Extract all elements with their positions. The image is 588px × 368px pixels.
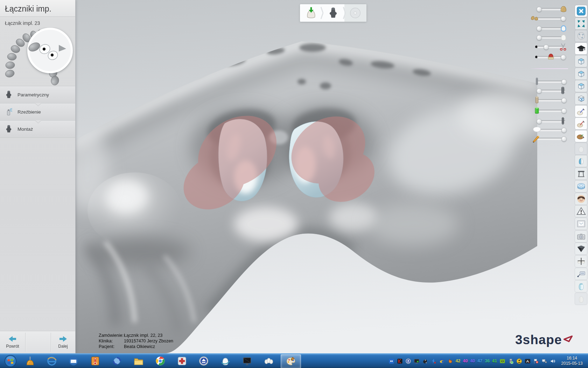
articulator-button[interactable] <box>575 168 587 179</box>
app-thunderbird[interactable] <box>64 354 83 368</box>
view-visibility-button[interactable] <box>575 93 587 104</box>
clock-date: 2015-05-13 <box>561 361 582 366</box>
tray-volume[interactable] <box>550 358 556 364</box>
slider-knob[interactable] <box>544 45 549 50</box>
app-explorer[interactable] <box>129 354 148 368</box>
menu-item-mount[interactable]: Montaż <box>0 120 75 138</box>
step-abutment-design[interactable] <box>322 4 344 22</box>
slider-handle[interactable] <box>530 14 539 23</box>
slider-knob[interactable] <box>561 55 566 60</box>
slider-handle[interactable] <box>559 33 568 42</box>
view-box-side-button[interactable] <box>575 80 587 92</box>
taskbar: 424040473641 16:14 2015-05-13 <box>0 353 588 368</box>
slider-handle[interactable] <box>532 125 541 134</box>
slider-handle[interactable] <box>559 23 568 33</box>
view-box-front-button[interactable] <box>575 68 587 80</box>
tray-temp-reading: 47 <box>477 359 482 363</box>
tray-monitor[interactable] <box>414 358 420 364</box>
slider-knob[interactable] <box>537 88 542 94</box>
prep-tooth-button[interactable] <box>575 280 587 292</box>
app-screen[interactable] <box>237 354 257 368</box>
patient-photo-button[interactable] <box>575 193 587 205</box>
occlusal-compass-button[interactable] <box>575 255 587 267</box>
app-chrome[interactable] <box>150 354 170 368</box>
section-tooth-button[interactable] <box>575 155 587 167</box>
start-button[interactable] <box>4 355 17 367</box>
tray-kaspersky[interactable] <box>397 358 403 364</box>
measure-button[interactable] <box>575 180 587 192</box>
next-button[interactable]: Dalej <box>51 331 75 353</box>
slider-knob[interactable] <box>561 128 567 133</box>
slider-handle[interactable] <box>532 134 541 143</box>
close-view-button[interactable] <box>575 5 587 17</box>
slider-knob[interactable] <box>561 16 566 21</box>
slider-knob[interactable] <box>537 35 542 40</box>
view-prism-button[interactable] <box>575 243 587 254</box>
tray-ati[interactable] <box>525 358 531 364</box>
prism-icon <box>576 244 586 253</box>
clock[interactable]: 16:14 2015-05-13 <box>557 354 587 368</box>
slider-handle[interactable] <box>558 116 567 125</box>
ghost-tooth-button[interactable] <box>575 143 587 155</box>
warnings-button[interactable] <box>575 205 587 217</box>
tray-network[interactable] <box>541 358 547 364</box>
tray-comodo[interactable] <box>516 358 522 364</box>
slider-knob[interactable] <box>561 136 567 142</box>
slider-handle[interactable] <box>559 42 568 51</box>
tray-action[interactable] <box>533 358 539 364</box>
cross-section-button[interactable] <box>575 218 587 230</box>
tray-daemon[interactable] <box>405 358 411 364</box>
app-sync[interactable] <box>107 354 127 368</box>
slider-handle[interactable] <box>559 4 568 13</box>
pale-tooth-button[interactable] <box>575 293 587 305</box>
pick-margin-blue-button[interactable] <box>575 105 587 117</box>
slider-handle[interactable] <box>532 77 541 86</box>
tray-remote[interactable] <box>422 358 428 364</box>
slider-handle[interactable] <box>532 95 541 104</box>
app-ie[interactable] <box>42 354 62 368</box>
app-daemon[interactable] <box>194 354 214 368</box>
slider-track[interactable] <box>537 99 565 101</box>
slider-knob[interactable] <box>537 7 542 12</box>
app-paint[interactable] <box>281 354 301 368</box>
slider-knob[interactable] <box>537 119 542 124</box>
annotation-button[interactable] <box>575 268 587 280</box>
slider-knob[interactable] <box>561 98 567 103</box>
slider-handle[interactable] <box>532 106 541 115</box>
slider-track[interactable] <box>537 129 565 131</box>
slider-track[interactable] <box>537 110 565 111</box>
app-medical[interactable] <box>172 354 192 368</box>
tray-nvidia[interactable] <box>499 358 505 364</box>
slider-track[interactable] <box>537 138 565 139</box>
step-insertion-direction[interactable] <box>300 4 322 22</box>
slider-handle[interactable] <box>546 52 555 61</box>
slider-knob[interactable] <box>537 26 542 31</box>
slider-knob[interactable] <box>561 108 567 114</box>
app-dental-scan[interactable] <box>216 354 235 368</box>
slider-knob[interactable] <box>561 79 567 84</box>
pick-surface-button[interactable] <box>575 130 587 142</box>
app-hwmonitor[interactable] <box>85 354 105 368</box>
slider-track[interactable] <box>537 81 565 82</box>
app-milling[interactable] <box>20 354 40 368</box>
menu-item-parametric[interactable]: Parametryczny <box>0 86 75 103</box>
3d-viewport[interactable] <box>0 0 588 353</box>
tray-sync[interactable] <box>439 358 445 364</box>
menu-item-sculpt[interactable]: Rzeźbienie <box>0 103 75 120</box>
fullscreen-button[interactable] <box>575 18 587 29</box>
pick-margin-red-button[interactable] <box>575 118 587 129</box>
app-dental-model[interactable] <box>259 354 279 368</box>
arch-overview[interactable] <box>0 27 75 87</box>
tray-teamviewer[interactable] <box>388 358 394 364</box>
back-button[interactable]: Powrót <box>0 331 25 353</box>
tray-power[interactable] <box>430 358 436 364</box>
scan-data-button[interactable] <box>575 30 587 42</box>
tray-usb[interactable] <box>508 358 514 364</box>
view-box-top-button[interactable] <box>575 55 587 67</box>
green-cyl-icon <box>532 106 541 115</box>
step-finalize[interactable] <box>344 4 366 22</box>
tray-speedfan[interactable] <box>447 358 453 364</box>
expert-mode-button[interactable] <box>575 43 587 54</box>
screenshot-button[interactable] <box>575 231 587 242</box>
slider-handle[interactable] <box>558 86 567 95</box>
